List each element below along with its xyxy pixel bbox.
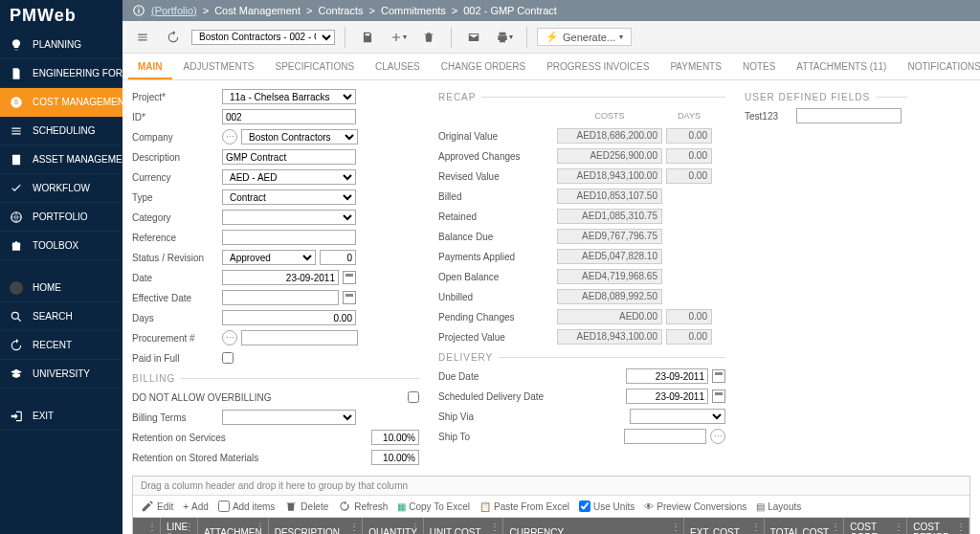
sidebar-item-label: SEARCH — [33, 311, 73, 322]
delete-button[interactable] — [416, 26, 441, 49]
calendar-icon[interactable] — [712, 389, 725, 403]
grid-header[interactable]: ATTACHMEN⋮ — [197, 518, 268, 534]
billingterms-select[interactable] — [222, 410, 356, 425]
grid-layouts-button[interactable]: ▤Layouts — [756, 501, 801, 512]
content: Project*11a - Chelsea Barracks ID* Compa… — [122, 80, 980, 534]
proj-label: Projected Value — [438, 332, 553, 343]
calendar-icon[interactable] — [343, 271, 356, 284]
tab-notes[interactable]: NOTES — [733, 56, 785, 79]
retmat-input[interactable] — [371, 450, 419, 465]
add-button[interactable]: ▾ — [386, 26, 411, 49]
paste-icon: 📋 — [479, 501, 491, 512]
grid-preview-button[interactable]: 👁Preview Conversions — [644, 501, 746, 512]
grid-header[interactable]: COST PERIOD⋮ — [907, 518, 969, 534]
udf-input[interactable] — [796, 108, 902, 123]
days-input[interactable] — [222, 310, 356, 325]
calendar-icon[interactable] — [712, 369, 725, 383]
list-icon — [10, 124, 23, 138]
sidebar-item-cost-management[interactable]: $ COST MANAGEMENT — [0, 88, 122, 117]
sidebar-item-label: ENGINEERING FOR... — [33, 68, 122, 78]
tab-specifications[interactable]: SPECIFICATIONS — [265, 56, 364, 79]
days-head: DAYS — [666, 111, 712, 121]
company-select[interactable]: Boston Contractors — [241, 129, 358, 145]
sidebar-item-home[interactable]: HOME — [0, 274, 122, 302]
sidebar-item-portfolio[interactable]: PORTFOLIO — [0, 203, 122, 232]
grid-header[interactable]: ⋮ — [133, 518, 161, 534]
sidebar-item-university[interactable]: UNIVERSITY — [0, 360, 122, 389]
grid-header[interactable]: EXT. COST⋮ — [684, 518, 765, 534]
overbill-checkbox[interactable] — [408, 391, 419, 403]
grid-copy-button[interactable]: ▦Copy To Excel — [397, 501, 470, 512]
tab-progress-invoices[interactable]: PROGRESS INVOICES — [537, 56, 658, 79]
sidebar-item-recent[interactable]: RECENT — [0, 331, 122, 360]
tab-attachments[interactable]: ATTACHMENTS (11) — [787, 56, 896, 79]
tab-adjustments[interactable]: ADJUSTMENTS — [174, 56, 264, 79]
grid-useunits-button[interactable]: Use Units — [579, 501, 635, 512]
status-select[interactable]: Approved — [222, 250, 316, 265]
info-icon[interactable] — [132, 4, 145, 17]
print-button[interactable]: ▾ — [492, 26, 517, 49]
days-label: Days — [132, 313, 218, 323]
description-input[interactable] — [222, 149, 356, 165]
tab-change-orders[interactable]: CHANGE ORDERS — [432, 56, 535, 79]
history-button[interactable] — [161, 26, 186, 49]
grid-header[interactable]: COST CODE⋮ — [844, 518, 907, 534]
crumb-current: 002 - GMP Contract — [463, 5, 557, 16]
sidebar-item-asset[interactable]: ASSET MANAGEME... — [0, 145, 122, 174]
tab-payments[interactable]: PAYMENTS — [660, 56, 731, 79]
save-button[interactable] — [355, 26, 380, 49]
retsvc-input[interactable] — [371, 430, 419, 445]
grid-paste-button[interactable]: 📋Paste From Excel — [479, 501, 569, 512]
grid-header[interactable]: TOTAL COST⋮ — [764, 518, 844, 534]
currency-select[interactable]: AED - AED — [222, 169, 356, 185]
grid-header[interactable]: UNIT COST⋮ — [423, 518, 503, 534]
generate-button[interactable]: ⚡ Generate... ▾ — [537, 28, 632, 46]
tab-main[interactable]: MAIN — [128, 56, 172, 79]
sched-input[interactable] — [626, 389, 708, 404]
shipto-picker[interactable]: ⋯ — [710, 429, 725, 444]
tab-notifications[interactable]: NOTIFICATIONS (1) — [898, 56, 980, 79]
procurement-picker[interactable]: ⋯ — [222, 330, 237, 345]
company-picker[interactable]: ⋯ — [222, 129, 237, 145]
sidebar-item-exit[interactable]: EXIT — [0, 402, 122, 431]
menu-button[interactable] — [130, 26, 155, 49]
sidebar-item-planning[interactable]: PLANNING — [0, 31, 122, 59]
refresh-icon — [338, 500, 351, 513]
grid-refresh-button[interactable]: Refresh — [338, 500, 388, 513]
paid-checkbox[interactable] — [222, 352, 234, 364]
sidebar-item-scheduling[interactable]: SCHEDULING — [0, 117, 122, 145]
id-input[interactable] — [222, 109, 356, 124]
grid-header[interactable]: DESCRIPTION⋮ — [268, 518, 363, 534]
revision-input[interactable] — [320, 250, 356, 265]
shipvia-select[interactable] — [630, 409, 725, 424]
status-label: Status / Revision — [132, 253, 218, 263]
effdate-input[interactable] — [222, 290, 339, 305]
crumb-portfolio[interactable]: (Portfolio) — [151, 5, 197, 16]
due-input[interactable] — [626, 368, 708, 384]
reference-input[interactable] — [222, 230, 356, 245]
sidebar-item-search[interactable]: SEARCH — [0, 302, 122, 331]
project-select[interactable]: 11a - Chelsea Barracks — [222, 89, 356, 104]
sidebar-item-toolbox[interactable]: TOOLBOX — [0, 232, 122, 260]
date-input[interactable] — [222, 270, 339, 285]
mail-button[interactable] — [461, 26, 486, 49]
sidebar-item-engineering[interactable]: ENGINEERING FOR... — [0, 59, 122, 88]
eye-icon: 👁 — [644, 501, 654, 512]
grid-add-button[interactable]: +Add — [183, 501, 209, 512]
tab-clauses[interactable]: CLAUSES — [366, 56, 430, 79]
category-select[interactable] — [222, 210, 356, 225]
shipto-input[interactable] — [624, 429, 706, 444]
record-selector[interactable]: Boston Contractors - 002 - GMP Con — [191, 30, 335, 45]
sidebar: PMWeb PLANNING ENGINEERING FOR... $ COST… — [0, 0, 122, 534]
calendar-icon[interactable] — [343, 291, 356, 304]
grid-additems-button[interactable]: Add items — [218, 501, 275, 512]
procurement-input[interactable] — [241, 330, 358, 345]
grid-header[interactable]: CURRENCY⋮ — [503, 518, 684, 534]
grid-delete-button[interactable]: Delete — [284, 500, 328, 513]
grid-group-area[interactable]: Drag a column header and drop it here to… — [133, 477, 969, 496]
type-select[interactable]: Contract — [222, 189, 356, 205]
grid-header[interactable]: QUANTITY⋮ — [363, 518, 424, 534]
grid-header[interactable]: LINE #⋮ — [161, 518, 198, 534]
sidebar-item-workflow[interactable]: WORKFLOW — [0, 174, 122, 203]
grid-edit-button[interactable]: Edit — [141, 500, 173, 513]
